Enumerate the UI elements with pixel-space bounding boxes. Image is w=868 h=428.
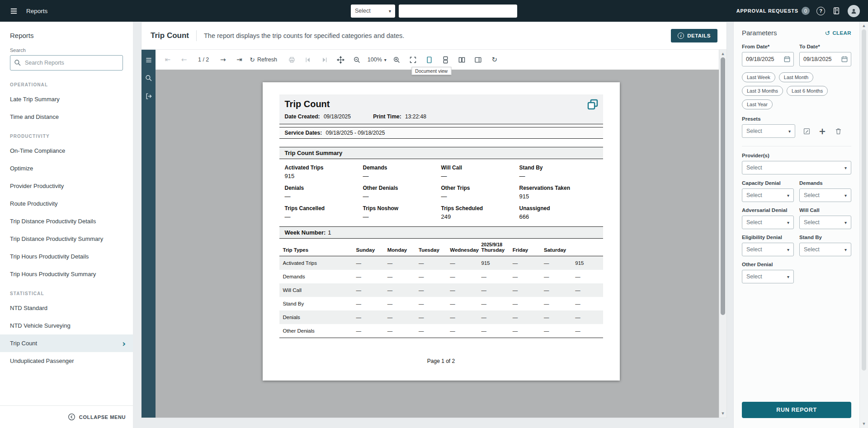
summary-cell: Reservations Taken915 (519, 185, 598, 200)
print-button[interactable] (286, 54, 298, 66)
chip-last-week[interactable]: Last Week (742, 72, 775, 82)
chip-last-year[interactable]: Last Year (742, 99, 773, 109)
topbar-search-input[interactable] (399, 5, 517, 18)
previous-page-button[interactable]: ← (178, 54, 190, 66)
last-page-button[interactable]: ⇥ (233, 54, 245, 66)
main-content: Trip Count The report displays the trip … (141, 22, 727, 418)
week-number-value: 1 (328, 229, 331, 236)
column-header-date: 2025/9/18 (481, 242, 507, 247)
sidebar-item-trip-distance-productivity-details[interactable]: Trip Distance Productivity Details (0, 212, 133, 230)
presets-select-value: Select (746, 128, 762, 134)
next-view-icon (321, 56, 328, 64)
viewer-search-icon[interactable] (145, 74, 153, 82)
user-avatar[interactable] (848, 5, 860, 17)
provider-select[interactable]: Select ▾ (742, 161, 851, 174)
zoom-level-select[interactable]: 100% ▾ (368, 56, 387, 63)
sidebar-item-on-time-compliance[interactable]: On-Time Compliance (0, 142, 133, 160)
search-input[interactable] (10, 55, 123, 71)
chip-last-6-months[interactable]: Last 6 Months (787, 86, 828, 96)
clear-button[interactable]: ↺ CLEAR (825, 29, 851, 37)
stand-by-select[interactable]: Select▾ (799, 243, 851, 256)
zoom-out-button[interactable] (351, 54, 363, 66)
viewer-side-strip (142, 50, 156, 418)
previous-view-button[interactable] (302, 54, 314, 66)
copy-report-icon[interactable] (587, 99, 599, 112)
sidebar-item-route-productivity[interactable]: Route Productivity (0, 195, 133, 212)
document-map-button[interactable] (456, 54, 468, 66)
sidebar-item-time-and-distance[interactable]: Time and Distance (0, 108, 133, 126)
service-dates-value: 09/18/2025 - 09/18/2025 (326, 130, 385, 136)
approval-requests-link[interactable]: APPROVAL REQUESTS (736, 8, 798, 14)
sidebar-title: Reports (0, 22, 133, 39)
fit-page-button[interactable] (407, 54, 419, 66)
other-denial-select[interactable]: Select▾ (742, 270, 794, 283)
capacity-denial-select[interactable]: Select▾ (742, 188, 794, 202)
refresh-button[interactable]: ↻ Refresh (250, 54, 277, 66)
adversarial-denial-select[interactable]: Select▾ (742, 216, 794, 229)
delete-preset-icon[interactable] (834, 127, 843, 136)
column-header: Tuesday (415, 239, 446, 256)
chevron-down-icon: ▾ (787, 247, 789, 252)
will-call-select[interactable]: Select▾ (799, 216, 851, 229)
to-date-label: To Date* (799, 44, 851, 49)
eligibility-denial-select[interactable]: Select▾ (742, 243, 794, 256)
parameters-area-button[interactable] (472, 54, 484, 66)
cell: Will Call (279, 283, 353, 297)
details-button[interactable]: i DETAILS (671, 29, 717, 42)
first-page-button[interactable]: ⇤ (162, 54, 174, 66)
cell: — (478, 283, 509, 297)
run-report-button[interactable]: RUN REPORT (742, 402, 851, 418)
scroll-down-icon[interactable]: ▼ (722, 411, 724, 418)
sidebar-item-trip-distance-productivity-summary[interactable]: Trip Distance Productivity Summary (0, 230, 133, 248)
summary-value: 915 (285, 173, 363, 179)
scrollbar-thumb[interactable] (862, 29, 866, 371)
viewer-menu-icon[interactable] (145, 56, 153, 64)
view-history-button[interactable]: ↻ (489, 54, 500, 66)
sidebar-item-optimize[interactable]: Optimize (0, 160, 133, 177)
cell: — (415, 270, 446, 283)
zoom-in-button[interactable] (391, 54, 403, 66)
calendar-icon[interactable] (783, 56, 791, 63)
collapse-menu-button[interactable]: COLLAPSE MENU (0, 405, 133, 428)
sidebar-item-unduplicated-passenger[interactable]: Unduplicated Passenger (0, 352, 133, 370)
scrollbar-thumb[interactable] (721, 57, 725, 315)
next-view-button[interactable] (319, 54, 330, 66)
add-preset-icon[interactable]: + (818, 127, 827, 136)
presets-select[interactable]: Select ▾ (742, 124, 795, 138)
next-page-button[interactable]: → (217, 54, 229, 66)
sidebar-item-ntd-vehicle-surveying[interactable]: NTD Vehicle Surveying (0, 317, 133, 334)
edit-preset-icon[interactable] (802, 127, 811, 136)
sidebar-item-ntd-standard[interactable]: NTD Standard (0, 299, 133, 317)
cell: 915 (478, 256, 509, 270)
demands-label: Demands (799, 180, 851, 186)
help-icon[interactable]: ? (816, 7, 825, 15)
calendar-icon[interactable] (841, 56, 848, 63)
viewer-scrollbar[interactable]: ▲ ▼ (719, 50, 726, 418)
zoom-level-value: 100% (368, 56, 382, 63)
topbar-select[interactable]: Select ▾ (351, 5, 395, 18)
sidebar-item-late-trip-summary[interactable]: Late Trip Summary (0, 90, 133, 108)
continuous-view-icon (442, 56, 449, 64)
demands-select[interactable]: Select▾ (799, 188, 851, 202)
sidebar-item-trip-count[interactable]: Trip Count › (0, 334, 133, 352)
sidebar-item-provider-productivity[interactable]: Provider Productivity (0, 177, 133, 195)
export-icon[interactable] (145, 92, 153, 100)
scroll-up-icon[interactable]: ▲ (863, 22, 865, 28)
scroll-down-icon[interactable]: ▼ (863, 421, 865, 428)
sidebar-item-trip-hours-productivity-details[interactable]: Trip Hours Productivity Details (0, 248, 133, 265)
window-scrollbar[interactable]: ▲ ▼ (859, 22, 868, 428)
pan-button[interactable] (335, 54, 347, 66)
release-notes-icon[interactable] (832, 6, 841, 15)
scroll-up-icon[interactable]: ▲ (722, 50, 724, 56)
cell: — (571, 297, 603, 310)
table-row: Demands———————— (279, 270, 603, 283)
chip-last-3-months[interactable]: Last 3 Months (742, 86, 783, 96)
topbar-actions: APPROVAL REQUESTS 0 ? (736, 5, 860, 17)
chevron-down-icon: ▾ (844, 165, 847, 170)
chip-last-month[interactable]: Last Month (779, 72, 813, 82)
hamburger-menu-icon[interactable] (8, 5, 19, 16)
document-view-button[interactable]: Document view (424, 54, 435, 66)
continuous-view-button[interactable] (440, 54, 452, 66)
sidebar-item-trip-hours-productivity-summary[interactable]: Trip Hours Productivity Summary (0, 265, 133, 283)
select-value: Select (746, 246, 762, 253)
